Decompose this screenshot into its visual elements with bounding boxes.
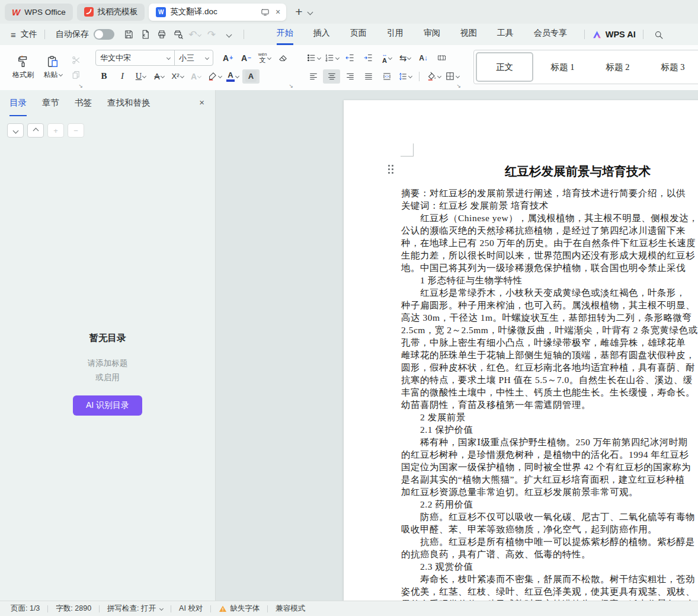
menu-tab[interactable]: 开始	[277, 24, 293, 45]
document-line[interactable]: 生能力差，所以很长时间以来，世界范围内还没有形成大规模的红豆杉	[401, 249, 698, 261]
numbered-list-button[interactable]	[323, 51, 340, 65]
pinyin-guide-button[interactable]: wén文	[256, 51, 273, 65]
close-tab-icon[interactable]: ×	[274, 7, 281, 17]
increase-indent-button[interactable]	[360, 51, 377, 65]
file-menu[interactable]: 文件	[21, 29, 37, 40]
copy-icon[interactable]	[71, 70, 81, 80]
tab-wps-office[interactable]: W WPS Office	[5, 4, 73, 21]
menu-tab[interactable]: 视图	[460, 24, 477, 45]
presentation-window-icon[interactable]	[261, 8, 270, 17]
highlight-button[interactable]	[206, 69, 223, 84]
menu-tab[interactable]: 插入	[313, 24, 330, 45]
align-left-button[interactable]	[305, 69, 322, 84]
next-heading-button[interactable]	[7, 123, 24, 138]
redo-button[interactable]: ↷	[204, 27, 219, 42]
document-line[interactable]: 2.1 保护价值	[401, 423, 698, 436]
font-name-select[interactable]: 华文中宋	[96, 50, 175, 65]
dialog-launcher-icon[interactable]: ↘	[289, 83, 293, 89]
style-item[interactable]: 标题 2	[590, 50, 645, 84]
wps-ai-button[interactable]: WPS AI	[592, 30, 636, 40]
menu-tab[interactable]: 审阅	[424, 24, 440, 45]
bullet-list-button[interactable]	[305, 51, 322, 65]
document-line[interactable]: 摘要：对红豆杉的发展前景进行阐述，培育技术进行简要介绍，以供	[401, 187, 698, 199]
cut-icon[interactable]	[71, 55, 81, 65]
paste-button[interactable]: 粘贴	[38, 45, 68, 90]
document-line[interactable]: 种，在地球上已有 250 万年的历史。由于在自然条件下红豆杉生长速度	[401, 237, 698, 249]
sidebar-tab[interactable]: 查找和替换	[107, 91, 151, 116]
line-spacing-button[interactable]	[396, 69, 414, 84]
dialog-launcher-icon[interactable]: ↘	[78, 83, 83, 89]
menu-tab[interactable]: 会员专享	[534, 24, 567, 45]
document-page[interactable]: 红豆杉发展前景与培育技术 摘要：对红豆杉的发展前景进行阐述，培育技术进行简要介绍…	[344, 100, 698, 601]
expand-button[interactable]: +	[47, 123, 64, 138]
tab-list-chevron-icon[interactable]	[308, 9, 313, 15]
document-line[interactable]: 幼苗喜阴性，育苗及移植第一年需遮阴管理。	[401, 398, 698, 411]
sidebar-tab[interactable]: 书签	[75, 91, 92, 116]
style-item[interactable]: 标题 1	[535, 50, 590, 84]
document-line[interactable]: 2.3 观赏价值	[401, 560, 698, 573]
decrease-font-button[interactable]: A−	[238, 51, 255, 65]
font-size-select[interactable]: 小三	[175, 50, 213, 65]
close-sidebar-icon[interactable]: ×	[199, 97, 204, 107]
ai-proofread-button[interactable]: AI 校对	[179, 604, 203, 614]
word-count[interactable]: 字数: 2890	[56, 604, 91, 614]
quick-access-chevron[interactable]	[220, 27, 236, 42]
export-button[interactable]	[137, 27, 153, 42]
autosave-toggle[interactable]	[94, 29, 114, 40]
document-title[interactable]: 红豆杉发展前景与培育技术	[344, 163, 698, 180]
document-line[interactable]: 关键词：红豆杉 发展前景 培育技术	[401, 199, 698, 212]
document-line[interactable]: 防癌。红豆杉不仅可以吸收一氧化碳、尼古丁、二氧化硫等有毒物	[401, 510, 698, 523]
spellcheck-status[interactable]: 拼写检查: 打开	[107, 604, 163, 614]
document-line[interactable]: 加红豆杉资源总量非常迫切。红豆杉发展前景非常可观。	[401, 486, 698, 498]
document-line[interactable]: 孔带，中脉上密生有细小凸点，叶缘绿带极窄，雌雄异株，雄球花单	[401, 336, 698, 349]
bold-button[interactable]: B	[95, 69, 113, 84]
tab-template-store[interactable]: 找稻壳模板	[77, 4, 145, 21]
page-indicator[interactable]: 页面: 1/3	[11, 604, 40, 614]
text-scale-button[interactable]: ↔A	[378, 51, 395, 65]
document-line[interactable]: 丰富的微酸性土壤中，中性土、钙质土也能生长。生长缓慢，寿命长。	[401, 386, 698, 398]
text-wrap-button[interactable]: ⇆	[396, 51, 414, 65]
document-line[interactable]: 种子扁圆形。种子用来榨油，也可入药。属浅根植物，其主根不明显、	[401, 299, 698, 311]
align-right-button[interactable]	[341, 69, 358, 84]
document-line[interactable]: 国定位为国家一级保护植物，同时被全世界 42 个有红豆杉的国家称为	[401, 461, 698, 473]
font-color-button[interactable]: A	[224, 69, 241, 84]
text-effects-button[interactable]: A	[187, 69, 204, 84]
document-line[interactable]: 的红豆杉树种，是珍惜濒危树种，是植物中的活化石。1994 年红豆杉	[401, 448, 698, 461]
sort-button[interactable]: A↓	[415, 51, 432, 65]
print-button[interactable]	[154, 27, 169, 42]
document-line[interactable]: 的抗癌良药，具有广谱、高效、低毒的特性。	[401, 548, 698, 560]
tab-grid-button[interactable]	[433, 51, 450, 65]
dialog-launcher-icon[interactable]: ↘	[456, 83, 461, 89]
sidebar-tab[interactable]: 目录	[9, 91, 27, 116]
clear-format-button[interactable]	[274, 51, 292, 65]
char-shading-button[interactable]: A	[242, 69, 260, 84]
document-line[interactable]: 抗寒的特点，要求土壤 PH 值在 5.5～7.0。自然生长在山谷、溪边、缓	[401, 374, 698, 386]
search-button[interactable]	[651, 27, 667, 42]
undo-button[interactable]: ↶	[187, 27, 203, 42]
compat-mode[interactable]: 兼容模式	[276, 604, 305, 614]
sidebar-tab[interactable]: 章节	[42, 91, 59, 116]
underline-button[interactable]: U	[132, 69, 149, 84]
superscript-button[interactable]: X²	[169, 69, 186, 84]
document-line[interactable]: 2.5cm，宽 2～2.5mm，叶缘微反曲，叶端渐尖，叶背有 2 条宽黄绿色或	[401, 324, 698, 336]
strikethrough-button[interactable]: A	[151, 69, 168, 84]
align-center-button[interactable]	[323, 69, 340, 84]
style-item[interactable]: 标题 3	[645, 50, 698, 84]
document-line[interactable]: 公认的濒临灭绝的天然珍稀抗癌植物，是经过了第四纪冰川遗留下来	[401, 224, 698, 237]
document-line[interactable]: 姿优美，红茎、红枝、绿叶、红豆色泽美观，使其更具有观茎、观枝、	[401, 585, 698, 598]
document-line[interactable]: 红豆杉（Chinese yew），属浅根植物，其主根不明显、侧根发达，	[401, 212, 698, 224]
prev-heading-button[interactable]	[27, 123, 44, 138]
document-canvas[interactable]: 红豆杉发展前景与培育技术 摘要：对红豆杉的发展前景进行阐述，培育技术进行简要介绍…	[216, 90, 698, 601]
borders-button[interactable]	[443, 69, 460, 84]
document-line[interactable]: 圆形，假种皮杯状，红色。红豆杉南北各地均适宜种植，具有喜荫、耐	[401, 361, 698, 374]
distribute-button[interactable]	[378, 69, 395, 84]
format-painter-button[interactable]: 格式刷	[8, 45, 38, 90]
decrease-indent-button[interactable]	[341, 51, 358, 65]
shading-button[interactable]	[425, 69, 442, 84]
document-line[interactable]: 吸收甲醛、苯、甲苯等致癌物质，净化空气，起到防癌作用。	[401, 523, 698, 535]
italic-button[interactable]: I	[114, 69, 131, 84]
style-item[interactable]: 正文	[476, 52, 533, 82]
collapse-button[interactable]: −	[68, 123, 84, 138]
document-line[interactable]: 抗癌。红豆杉是所有植物中唯一可以提炼紫杉醇的植物。紫杉醇是	[401, 535, 698, 548]
document-line[interactable]: 寿命长，枝叶紧凑而不密集，舒展而不松散。树干结实粗壮，苍劲	[401, 573, 698, 585]
